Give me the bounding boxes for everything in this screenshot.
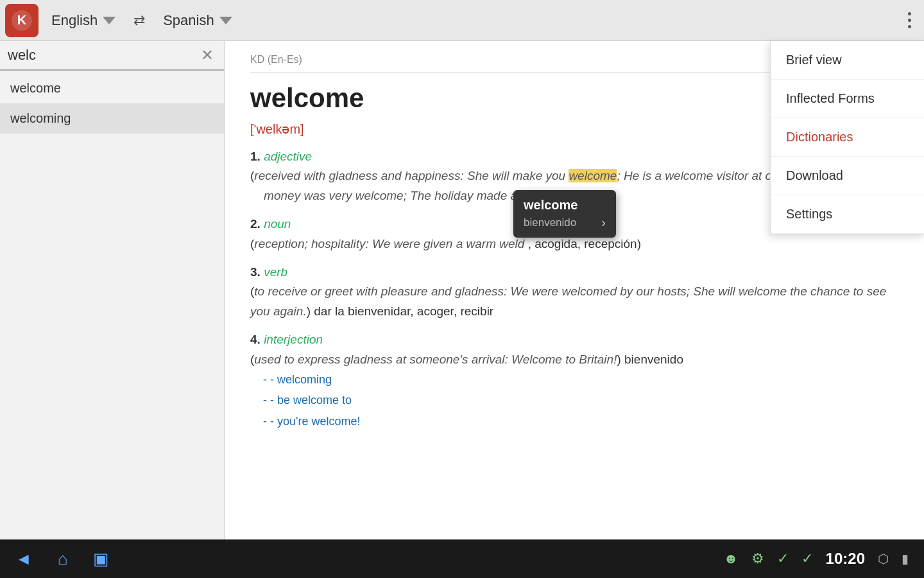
lang-to-label: Spanish xyxy=(163,12,214,29)
list-item[interactable]: welcoming xyxy=(0,103,224,134)
dot-icon xyxy=(908,19,911,22)
bluetooth-icon: ⬡ xyxy=(878,551,889,566)
entry-4: 4. interjection (used to express gladnes… xyxy=(250,330,898,432)
top-bar: K English ⇄ Spanish xyxy=(0,0,924,41)
checkmark-icon-1: ✓ xyxy=(777,550,789,567)
lang-to-selector[interactable]: Spanish xyxy=(155,12,240,29)
sub-entry-youre-welcome[interactable]: - - you're welcome! xyxy=(263,411,898,432)
def-text3: money was very welcome; The holiday made… xyxy=(250,189,529,202)
bottom-bar: ◄ ⌂ ▣ ☻ ⚙ ✓ ✓ 10:20 ⬡ ▮ xyxy=(0,539,924,578)
status-bar: ☻ ⚙ ✓ ✓ 10:20 ⬡ ▮ xyxy=(723,550,909,568)
menu-item-settings[interactable]: Settings xyxy=(771,195,924,234)
checkmark-icon-2: ✓ xyxy=(801,550,813,567)
svg-text:K: K xyxy=(17,13,27,27)
entry-num: 4. xyxy=(250,333,261,346)
battery-icon: ▮ xyxy=(902,551,909,566)
menu-item-dictionaries[interactable]: Dictionaries xyxy=(771,118,924,157)
def-text2: ; He is a welcome visitor at our h xyxy=(617,169,793,182)
status-icon-2: ⚙ xyxy=(751,550,764,567)
menu-item-brief-view[interactable]: Brief view xyxy=(771,41,924,80)
back-button[interactable]: ◄ xyxy=(15,549,32,569)
search-bar: ✕ xyxy=(0,41,224,71)
entry-num: 3. xyxy=(250,265,261,279)
entry-3: 3. verb (to receive or greet with pleasu… xyxy=(250,263,898,321)
more-options-button[interactable] xyxy=(895,12,924,28)
popup-translation: bienvenido xyxy=(524,216,576,229)
dot-icon xyxy=(908,25,911,28)
clock: 10:20 xyxy=(826,550,865,568)
sub-entry-welcoming[interactable]: - - welcoming xyxy=(263,369,898,390)
word-popup: welcome bienvenido › xyxy=(513,190,616,238)
pos-label: adjective xyxy=(264,150,312,163)
clear-search-button[interactable]: ✕ xyxy=(198,46,216,64)
pos-label: interjection xyxy=(264,333,323,346)
sidebar: ✕ welcome welcoming xyxy=(0,41,225,539)
def-text: reception; hospitality: We were given a … xyxy=(254,237,524,250)
sub-entry-be-welcome[interactable]: - - be welcome to xyxy=(263,390,898,410)
menu-item-download[interactable]: Download xyxy=(771,157,924,195)
dot-icon xyxy=(908,12,911,15)
menu-item-inflected-forms[interactable]: Inflected Forms xyxy=(771,80,924,118)
lang-from-label: English xyxy=(51,12,98,29)
recents-button[interactable]: ▣ xyxy=(93,549,109,569)
swap-icon: ⇄ xyxy=(133,12,145,28)
list-item[interactable]: welcome xyxy=(0,73,224,103)
def-text: used to express gladness at someone's ar… xyxy=(254,353,617,366)
lang-to-chevron-icon xyxy=(219,17,232,24)
status-icon-1: ☻ xyxy=(723,550,738,567)
swap-languages-button[interactable]: ⇄ xyxy=(123,12,155,29)
app-logo: K xyxy=(5,4,38,37)
entry-num: 1. xyxy=(250,150,261,163)
highlighted-welcome: welcome xyxy=(569,169,617,182)
word-list: welcome welcoming xyxy=(0,73,224,134)
popup-word: welcome xyxy=(524,198,606,213)
def-text: received with gladness and happiness: Sh… xyxy=(254,169,569,182)
popup-arrow-button[interactable]: › xyxy=(601,215,606,230)
pos-label: noun xyxy=(264,217,291,231)
dropdown-menu: Brief view Inflected Forms Dictionaries … xyxy=(770,41,924,234)
entry-num: 2. xyxy=(250,217,261,231)
search-input[interactable] xyxy=(8,47,198,64)
home-button[interactable]: ⌂ xyxy=(58,549,68,569)
def-text: to receive or greet with pleasure and gl… xyxy=(250,285,886,317)
sub-entries: - - welcoming - - be welcome to - - you'… xyxy=(250,369,898,432)
popup-translation-row: bienvenido › xyxy=(524,215,606,230)
translation: , acogida, recepción xyxy=(528,237,637,250)
lang-from-chevron-icon xyxy=(103,17,116,24)
lang-from-selector[interactable]: English xyxy=(44,12,123,29)
pos-label: verb xyxy=(264,265,287,279)
